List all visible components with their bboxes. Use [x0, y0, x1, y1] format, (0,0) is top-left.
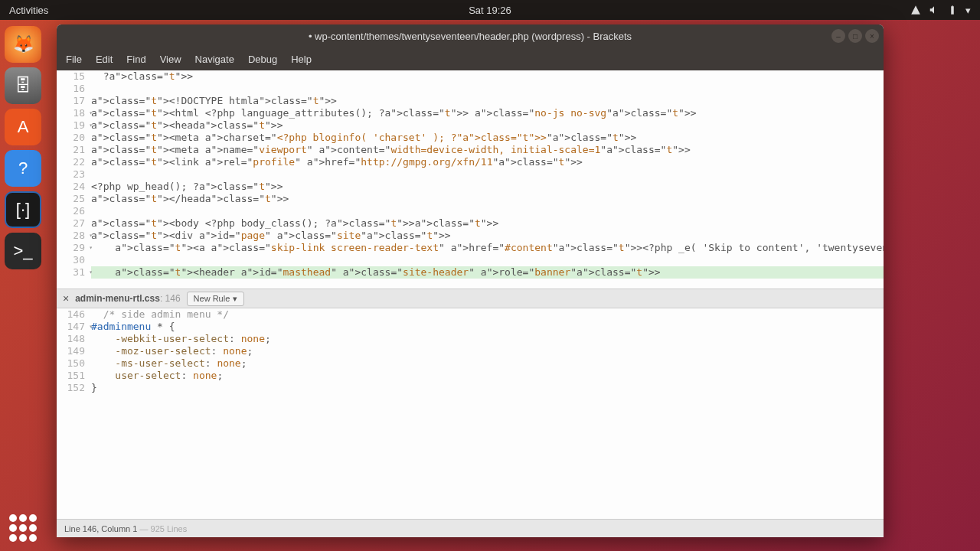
close-icon[interactable]: × [63, 292, 69, 305]
chevron-down-icon[interactable]: ▾ [965, 5, 971, 16]
main-editor[interactable]: 1516171819202122232425262728293031 ?a">c… [57, 70, 884, 289]
line-count: — 925 Lines [139, 524, 187, 533]
minimize-button[interactable]: – [831, 29, 845, 43]
menu-file[interactable]: File [66, 54, 82, 65]
menu-edit[interactable]: Edit [96, 54, 113, 65]
battery-icon[interactable] [947, 5, 958, 15]
launcher: 🦊 🗄 A ? [·] >_ [0, 20, 46, 551]
brackets-window: • wp-content/themes/twentyseventeen/head… [57, 24, 884, 537]
files-icon[interactable]: 🗄 [5, 67, 41, 104]
network-icon[interactable] [910, 5, 921, 15]
statusbar: Line 146, Column 1 — 925 Lines INS UTF-8… [57, 519, 884, 537]
menu-find[interactable]: Find [126, 54, 145, 65]
quick-edit-header: × admin-menu-rtl.css: 146 New Rule▾ [57, 289, 884, 308]
firefox-icon[interactable]: 🦊 [5, 26, 41, 63]
system-topbar: Activities Sat 19:26 ▾ [0, 0, 980, 20]
quick-edit-file: admin-menu-rtl.css [75, 293, 160, 304]
help-icon[interactable]: ? [5, 150, 41, 187]
new-rule-button[interactable]: New Rule▾ [187, 292, 245, 306]
terminal-icon[interactable]: >_ [5, 233, 41, 269]
brackets-icon[interactable]: [·] [5, 191, 41, 228]
menu-view[interactable]: View [160, 54, 181, 65]
sound-icon[interactable] [929, 5, 939, 15]
menubar: FileEditFindViewNavigateDebugHelp [57, 47, 884, 70]
titlebar: • wp-content/themes/twentyseventeen/head… [57, 24, 884, 47]
menu-debug[interactable]: Debug [248, 54, 277, 65]
window-title: • wp-content/themes/twentyseventeen/head… [309, 31, 632, 42]
clock[interactable]: Sat 19:26 [469, 5, 511, 16]
menu-help[interactable]: Help [291, 54, 312, 65]
quick-editor[interactable]: 146147148149150151152 /* side admin menu… [57, 308, 884, 519]
software-icon[interactable]: A [5, 109, 41, 145]
apps-grid-icon[interactable] [9, 514, 37, 542]
activities-button[interactable]: Activities [9, 5, 48, 16]
cursor-pos[interactable]: Line 146, Column 1 [64, 524, 137, 533]
maximize-button[interactable]: □ [848, 29, 862, 43]
menu-navigate[interactable]: Navigate [195, 54, 234, 65]
quick-edit-line: : 146 [160, 293, 181, 304]
close-button[interactable]: × [865, 29, 879, 43]
